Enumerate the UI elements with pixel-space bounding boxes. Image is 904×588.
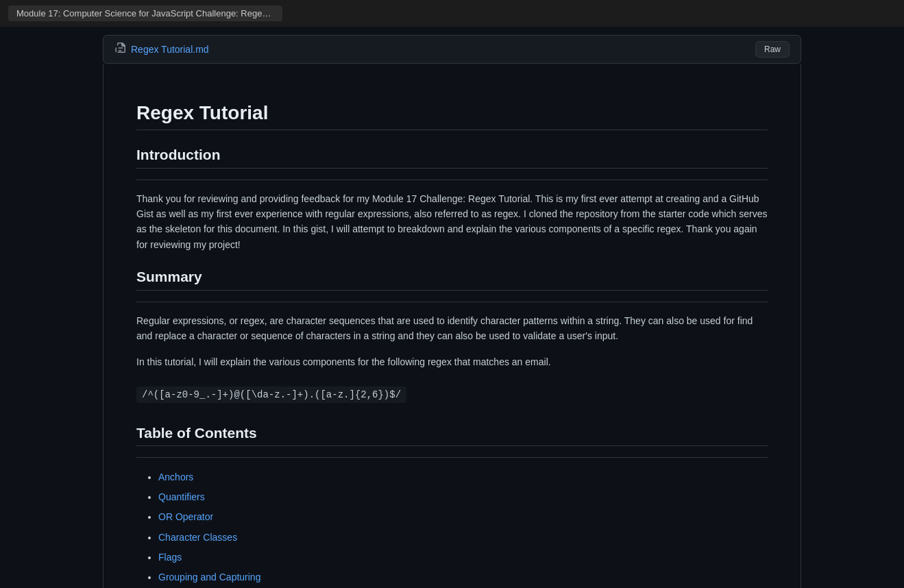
introduction-heading: Introduction [136, 147, 768, 168]
list-item: Quantifiers [158, 489, 768, 506]
content-area: Regex Tutorial Introduction Thank you fo… [103, 64, 801, 588]
file-header: Regex Tutorial.md Raw [103, 35, 801, 64]
summary-paragraph-2: In this tutorial, I will explain the var… [136, 354, 768, 369]
list-item: Grouping and Capturing [158, 569, 768, 586]
toc-link-or-operator[interactable]: OR Operator [158, 511, 213, 522]
summary-heading: Summary [136, 269, 768, 290]
toc-divider [136, 457, 768, 458]
toc-link-character-classes[interactable]: Character Classes [158, 532, 237, 543]
toc-link-flags[interactable]: Flags [158, 552, 182, 563]
raw-button[interactable]: Raw [755, 41, 790, 58]
file-code-icon [114, 42, 125, 56]
toc-link-anchors[interactable]: Anchors [158, 471, 193, 482]
toc-heading: Table of Contents [136, 425, 768, 446]
list-item: Anchors [158, 469, 768, 486]
toc-list: Anchors Quantifiers OR Operator Characte… [136, 469, 768, 588]
file-name: Regex Tutorial.md [131, 44, 209, 55]
tab-title: Module 17: Computer Science for JavaScri… [16, 8, 282, 19]
browser-tab-bar: Module 17: Computer Science for JavaScri… [0, 0, 904, 27]
list-item: Character Classes [158, 529, 768, 546]
summary-paragraph-1: Regular expressions, or regex, are chara… [136, 313, 768, 344]
browser-tab[interactable]: Module 17: Computer Science for JavaScri… [8, 5, 282, 21]
intro-divider [136, 180, 768, 180]
list-item: Flags [158, 549, 768, 566]
toc-link-quantifiers[interactable]: Quantifiers [158, 491, 205, 502]
toc-link-grouping[interactable]: Grouping and Capturing [158, 572, 260, 583]
introduction-paragraph: Thank you for reviewing and providing fe… [136, 191, 768, 253]
regex-code: /^([a-z0-9_.-]+)@([\da-z.-]+).([a-z.]{2,… [136, 387, 406, 403]
summary-divider [136, 302, 768, 302]
page-title: Regex Tutorial [136, 102, 768, 130]
list-item: OR Operator [158, 509, 768, 526]
